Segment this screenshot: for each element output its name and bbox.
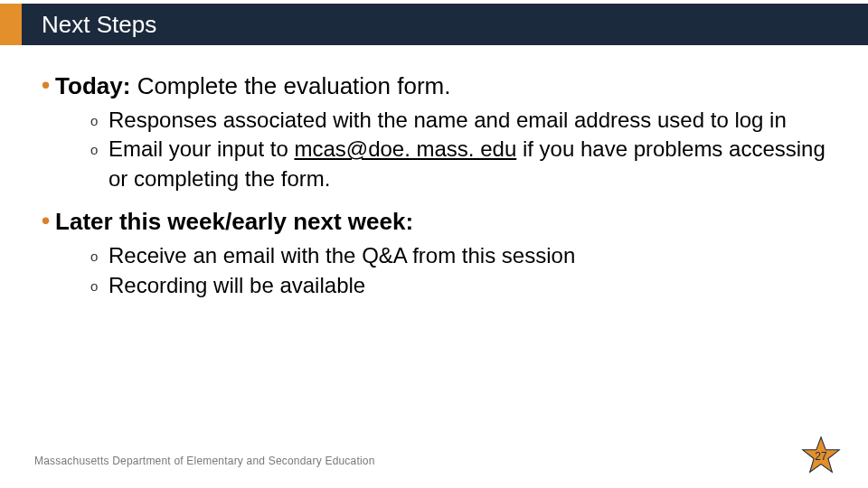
content-area: • Today: Complete the evaluation form. o…	[42, 70, 841, 313]
sub-1-1-text: Responses associated with the name and e…	[108, 106, 841, 135]
bullet-1-sublist: o Responses associated with the name and…	[90, 106, 841, 193]
sub-1-2-pre: Email your input to	[108, 136, 294, 161]
bullet-2-sublist: o Receive an email with the Q&A from thi…	[90, 241, 841, 300]
sub-item: o Responses associated with the name and…	[90, 106, 841, 135]
sub-item: o Receive an email with the Q&A from thi…	[90, 241, 841, 270]
sub-item: o Recording will be available	[90, 271, 841, 300]
bullet-2: • Later this week/early next week:	[42, 206, 841, 238]
sub-2-2-text: Recording will be available	[108, 271, 841, 300]
bullet-icon: •	[42, 206, 50, 237]
page-number-star: 27	[801, 436, 841, 475]
sub-bullet-icon: o	[90, 141, 103, 159]
bullet-2-lead: Later this week/early next week:	[55, 208, 413, 235]
bullet-1-text: Today: Complete the evaluation form.	[55, 70, 450, 102]
bullet-2-text: Later this week/early next week:	[55, 206, 413, 238]
bullet-1-rest: Complete the evaluation form.	[130, 72, 450, 99]
bullet-icon: •	[42, 70, 50, 101]
sub-bullet-icon: o	[90, 112, 103, 130]
slide-title: Next Steps	[42, 11, 156, 39]
title-bar: Next Steps	[22, 4, 868, 45]
slide: Next Steps • Today: Complete the evaluat…	[0, 0, 868, 488]
sub-2-1-text: Receive an email with the Q&A from this …	[108, 241, 841, 270]
footer-text: Massachusetts Department of Elementary a…	[34, 455, 375, 467]
sub-item: o Email your input to mcas@doe. mass. ed…	[90, 135, 841, 193]
page-number: 27	[815, 450, 826, 463]
sub-bullet-icon: o	[90, 277, 103, 296]
email-link[interactable]: mcas@doe. mass. edu	[294, 136, 516, 161]
sub-1-2-text: Email your input to mcas@doe. mass. edu …	[108, 135, 841, 193]
sub-bullet-icon: o	[90, 248, 103, 266]
bullet-1-lead: Today:	[55, 72, 130, 99]
title-accent-bar	[0, 4, 22, 45]
bullet-1: • Today: Complete the evaluation form.	[42, 70, 841, 102]
